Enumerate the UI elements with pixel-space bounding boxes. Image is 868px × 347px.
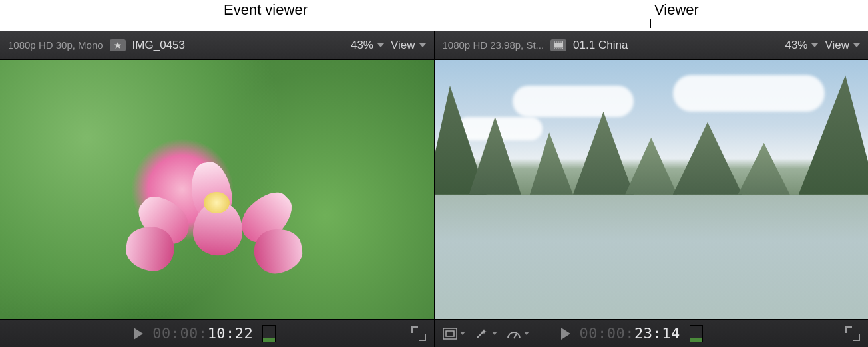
transform-icon: [443, 328, 457, 340]
callout-viewer: Viewer: [654, 1, 699, 19]
svg-rect-7: [561, 41, 562, 43]
view-menu[interactable]: View: [391, 39, 426, 52]
timecode-bright: 23:14: [634, 325, 680, 342]
zoom-menu[interactable]: 43%: [785, 39, 818, 52]
clip-name: IMG_0453: [132, 39, 185, 52]
callout-event-viewer: Event viewer: [224, 1, 308, 19]
project-clip-icon: [550, 39, 566, 51]
viewer-panel: 1080p HD 23.98p, St... 01.1 China 43% Vi…: [435, 31, 869, 347]
event-viewer-bottombar: 00:00:10:22: [0, 319, 434, 347]
callout-pointer-line: [220, 19, 220, 28]
callout-label: Viewer: [654, 1, 699, 18]
magic-wand-icon: [475, 327, 489, 340]
svg-rect-5: [557, 41, 558, 43]
play-button[interactable]: [561, 328, 570, 340]
chevron-down-icon: [853, 43, 860, 47]
timecode-display[interactable]: 00:00:10:22: [152, 325, 253, 342]
svg-rect-8: [555, 48, 556, 49]
format-readout: 1080p HD 23.98p, St...: [443, 39, 544, 51]
svg-marker-0: [114, 42, 121, 49]
chevron-down-icon: [377, 43, 384, 47]
favorite-clip-icon: [110, 39, 126, 51]
timecode-dim: 00:00:: [580, 325, 634, 342]
chevron-down-icon: [524, 332, 529, 335]
svg-rect-1: [554, 43, 563, 47]
event-viewer-viewport[interactable]: [0, 60, 434, 319]
svg-rect-9: [557, 48, 558, 49]
timecode-dim: 00:00:: [152, 325, 207, 342]
retime-menu[interactable]: [507, 328, 529, 340]
audio-meter[interactable]: [690, 325, 703, 342]
zoom-value: 43%: [351, 39, 373, 52]
svg-rect-12: [443, 328, 457, 339]
svg-rect-6: [559, 41, 560, 43]
preview-image: [0, 60, 434, 319]
svg-rect-13: [446, 331, 454, 336]
callout-row: Event viewer Viewer: [0, 0, 868, 31]
view-label: View: [391, 39, 415, 52]
fullscreen-button[interactable]: [411, 326, 426, 341]
viewer-viewport[interactable]: [435, 60, 869, 319]
event-viewer-toolbar: 1080p HD 30p, Mono IMG_0453 43% View: [0, 31, 434, 60]
timecode-display[interactable]: 00:00:23:14: [580, 325, 680, 342]
play-button[interactable]: [134, 328, 143, 340]
preview-image: [435, 60, 869, 319]
chevron-down-icon: [419, 43, 426, 47]
format-readout: 1080p HD 30p, Mono: [8, 39, 103, 51]
svg-rect-4: [555, 41, 556, 43]
zoom-menu[interactable]: 43%: [351, 39, 384, 52]
svg-line-15: [514, 334, 517, 338]
speedometer-icon: [507, 328, 521, 340]
view-menu[interactable]: View: [825, 39, 860, 52]
chevron-down-icon: [811, 43, 818, 47]
transform-menu[interactable]: [443, 328, 465, 340]
event-viewer-panel: 1080p HD 30p, Mono IMG_0453 43% View: [0, 31, 435, 347]
viewer-panels-row: 1080p HD 30p, Mono IMG_0453 43% View: [0, 31, 868, 347]
color-enhance-menu[interactable]: [475, 327, 497, 340]
callout-pointer-line: [650, 19, 651, 28]
chevron-down-icon: [492, 332, 497, 335]
view-label: View: [825, 39, 849, 52]
viewer-toolbar: 1080p HD 23.98p, St... 01.1 China 43% Vi…: [435, 31, 869, 60]
svg-rect-11: [561, 48, 562, 49]
fullscreen-button[interactable]: [845, 326, 860, 341]
clip-name: 01.1 China: [573, 39, 628, 52]
timecode-bright: 10:22: [208, 325, 254, 342]
viewer-bottombar: 00:00:23:14: [435, 319, 869, 347]
svg-rect-10: [559, 48, 560, 49]
audio-meter[interactable]: [262, 325, 276, 342]
zoom-value: 43%: [785, 39, 807, 52]
callout-label: Event viewer: [224, 1, 308, 18]
chevron-down-icon: [460, 332, 465, 335]
